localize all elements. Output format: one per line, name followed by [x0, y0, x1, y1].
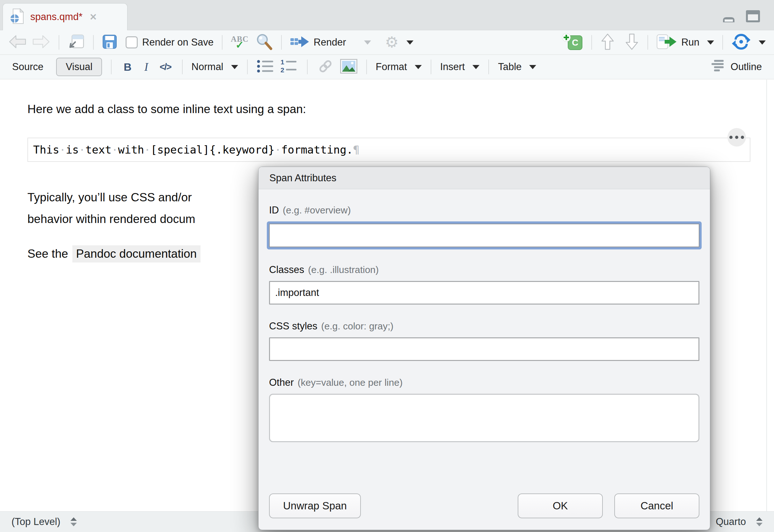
- go-to-previous-chunk-icon[interactable]: [600, 33, 615, 52]
- render-on-save-label: Render on Save: [142, 37, 213, 48]
- find-replace-icon[interactable]: [256, 33, 273, 52]
- doc-paragraph-see: See the Pandoc documentation: [27, 245, 200, 262]
- minimize-icon[interactable]: [721, 14, 736, 24]
- dialog-button-row: Unwrap Span OK Cancel: [269, 484, 699, 518]
- outline-toggle[interactable]: Outline: [712, 60, 762, 74]
- image-icon[interactable]: [340, 59, 357, 75]
- toolbar-separator: [93, 35, 94, 50]
- bullet-list-icon[interactable]: [257, 59, 274, 75]
- updown-icon: [756, 517, 763, 526]
- render-icon: [290, 34, 309, 50]
- toolbar-separator: [222, 35, 222, 50]
- ok-button[interactable]: OK: [518, 493, 603, 518]
- style-caret-icon: [231, 65, 238, 69]
- block-options-button[interactable]: [727, 128, 746, 147]
- settings-caret-icon: [407, 40, 414, 45]
- classes-field-label: Classes(e.g. .illustration): [269, 264, 699, 276]
- other-input[interactable]: [269, 394, 699, 442]
- render-on-save-toggle[interactable]: Render on Save: [126, 36, 213, 48]
- updown-icon: [70, 517, 77, 526]
- svg-text:1: 1: [280, 59, 284, 66]
- format-caret-icon: [415, 65, 422, 69]
- table-menu[interactable]: Table: [498, 61, 536, 73]
- render-label: Render: [314, 37, 346, 48]
- svg-text:2: 2: [280, 66, 284, 74]
- cancel-button[interactable]: Cancel: [614, 493, 699, 518]
- bold-button[interactable]: B: [120, 61, 135, 73]
- source-refresh-button[interactable]: [731, 34, 766, 51]
- toolbar-separator: [647, 35, 648, 50]
- id-input[interactable]: [269, 224, 699, 247]
- toolbar-separator: [182, 60, 183, 74]
- window-controls: [721, 10, 761, 24]
- toolbar-separator: [431, 60, 431, 74]
- unwrap-span-button[interactable]: Unwrap Span: [269, 493, 361, 518]
- tab-bar: spans.qmd* ✕: [0, 0, 774, 30]
- link-icon[interactable]: [316, 58, 334, 75]
- run-icon: [656, 34, 677, 51]
- toolbar-separator: [722, 35, 723, 50]
- forward-icon[interactable]: [32, 34, 50, 50]
- paragraph-style-dropdown[interactable]: Normal: [192, 61, 238, 73]
- tab-title: spans.qmd*: [30, 11, 83, 23]
- code-block[interactable]: This·is·text·with·[special]{.keyword}·fo…: [27, 138, 750, 162]
- scope-selector[interactable]: (Top Level): [11, 516, 77, 528]
- tab-close-icon[interactable]: ✕: [90, 12, 97, 22]
- id-field-label: ID(e.g. #overview): [269, 205, 699, 216]
- toolbar-separator: [247, 60, 248, 74]
- doc-paragraph-intro: Here we add a class to some inline text …: [27, 103, 306, 116]
- css-styles-input[interactable]: [269, 337, 699, 361]
- classes-input[interactable]: [269, 281, 699, 305]
- render-button[interactable]: Render: [290, 34, 346, 50]
- dialog-title[interactable]: Span Attributes: [258, 167, 710, 189]
- render-settings-button[interactable]: ⚙: [385, 35, 414, 50]
- doc-paragraph-css: Typically, you’ll use CSS and/or behavio…: [27, 187, 195, 230]
- format-toolbar: Source Visual B I </> Normal 1 2: [0, 55, 774, 79]
- insert-caret-icon: [473, 65, 480, 69]
- toolbar-separator: [366, 60, 367, 74]
- ellipsis-dot: [729, 136, 733, 139]
- save-icon[interactable]: [102, 34, 117, 51]
- outline-icon: [712, 60, 726, 74]
- open-in-new-window-icon[interactable]: [68, 34, 85, 51]
- quarto-file-icon: [10, 8, 25, 26]
- gear-icon: ⚙: [385, 35, 399, 50]
- italic-button[interactable]: I: [141, 60, 152, 74]
- other-field-label: Other(key=value, one per line): [269, 377, 699, 388]
- render-options-caret-icon[interactable]: [364, 40, 371, 45]
- ellipsis-dot: [741, 136, 744, 139]
- tab-visual[interactable]: Visual: [56, 58, 102, 76]
- spellcheck-icon[interactable]: ABC ✓: [231, 35, 249, 50]
- format-menu[interactable]: Format: [376, 61, 422, 73]
- toolbar-separator: [591, 35, 592, 50]
- plus-badge-icon: [562, 33, 571, 42]
- run-button[interactable]: Run: [656, 34, 714, 51]
- toolbar-separator: [281, 35, 282, 50]
- toolbar-separator: [488, 60, 489, 74]
- code-button[interactable]: </>: [158, 62, 173, 72]
- rstudio-editor-window: spans.qmd* ✕: [0, 0, 774, 532]
- insert-chunk-button[interactable]: C: [562, 33, 583, 52]
- back-icon[interactable]: [8, 34, 27, 50]
- refresh-caret-icon: [759, 40, 766, 45]
- css-styles-field-label: CSS styles(e.g. color: gray;): [269, 320, 699, 332]
- insert-menu[interactable]: Insert: [440, 61, 480, 73]
- run-caret-icon[interactable]: [707, 40, 714, 45]
- language-mode-selector[interactable]: Quarto: [716, 516, 763, 528]
- tab-source[interactable]: Source: [12, 61, 43, 73]
- editor-tab-spans-qmd[interactable]: spans.qmd* ✕: [3, 3, 127, 30]
- span-attributes-dialog: Span Attributes ID(e.g. #overview) Class…: [258, 167, 710, 530]
- dialog-body: ID(e.g. #overview) Classes(e.g. .illustr…: [258, 189, 710, 530]
- main-toolbar: Render on Save ABC ✓: [0, 30, 774, 55]
- code-line-text: This·is·text·with·[special]{.keyword}·fo…: [33, 143, 359, 156]
- outline-label: Outline: [731, 61, 762, 73]
- refresh-icon: [731, 34, 751, 51]
- pandoc-documentation-link[interactable]: Pandoc documentation: [72, 245, 201, 262]
- maximize-icon[interactable]: [745, 10, 761, 24]
- numbered-list-icon[interactable]: 1 2: [280, 59, 298, 75]
- ellipsis-dot: [735, 136, 738, 139]
- editor-right-gutter: [766, 80, 767, 511]
- render-on-save-checkbox[interactable]: [126, 36, 138, 48]
- go-to-next-chunk-icon[interactable]: [625, 33, 639, 52]
- table-caret-icon: [529, 65, 536, 69]
